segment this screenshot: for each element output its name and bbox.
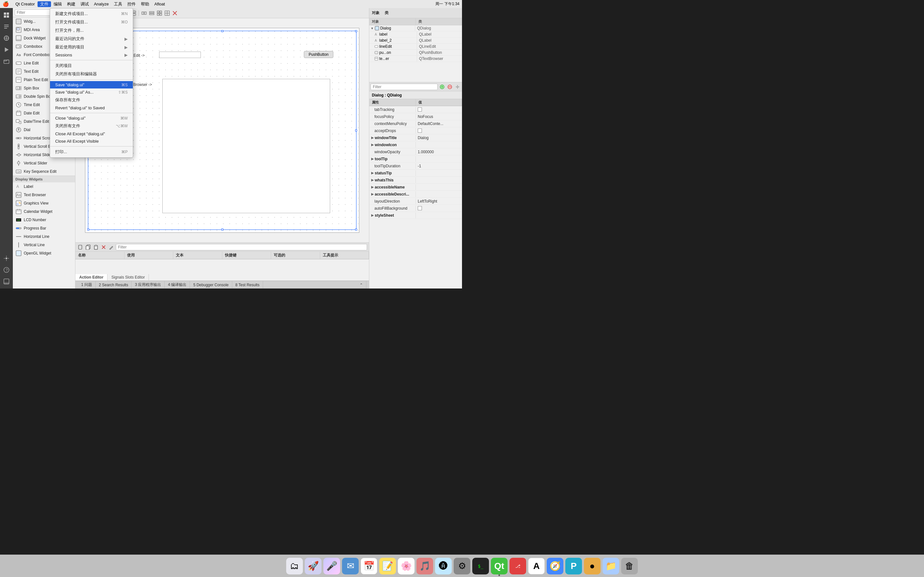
- menu-save[interactable]: Save "dialog.ui" ⌘S: [50, 81, 133, 89]
- activity-design[interactable]: [1, 33, 12, 44]
- widget-item-hline[interactable]: Horizontal Line: [13, 232, 75, 241]
- handle-bl[interactable]: [87, 229, 89, 230]
- action-tab-signals[interactable]: Signals Slots Editor: [107, 274, 149, 280]
- object-row-textbrowser[interactable]: te...er QTextBrowser: [369, 56, 462, 62]
- prop-checkbox-acceptdrops[interactable]: [418, 129, 422, 133]
- prop-config-btn[interactable]: [454, 84, 461, 90]
- activity-help[interactable]: ?: [1, 264, 12, 276]
- menubar-build[interactable]: 构建: [65, 1, 78, 7]
- prop-row-accessname[interactable]: ▶ accessibleName: [369, 184, 462, 191]
- object-row-lineedit[interactable]: lineEdit QLineEdit: [369, 44, 462, 50]
- handle-br[interactable]: [355, 229, 357, 230]
- widget-item-graphics-view[interactable]: Graphics View: [13, 199, 75, 207]
- activity-tools[interactable]: [1, 253, 12, 264]
- prop-row-acceptdrops[interactable]: acceptDrops: [369, 127, 462, 134]
- menu-close-all-files[interactable]: 关闭所有文件 ⌥⌘W: [50, 122, 133, 130]
- menu-print[interactable]: 打印... ⌘P: [50, 148, 133, 156]
- handle-tr[interactable]: [355, 30, 357, 32]
- menu-close-all-projects[interactable]: 关闭所有项目和编辑器: [50, 70, 133, 78]
- prop-row-tabtracking[interactable]: tabTracking: [369, 106, 462, 113]
- activity-welcome[interactable]: [1, 10, 12, 21]
- widget-item-progress[interactable]: Progress Bar: [13, 224, 75, 232]
- prop-row-accessdesc[interactable]: ▶ accessibleDescri...: [369, 191, 462, 198]
- canvas-text-browser[interactable]: [162, 79, 330, 213]
- prop-row-autofill[interactable]: autoFillBackground: [369, 205, 462, 212]
- widget-item-keyseq[interactable]: Ctrl Key Sequence Edit: [13, 167, 75, 176]
- status-tab-app-output[interactable]: 3 应用程序输出: [132, 281, 165, 289]
- menubar-controls[interactable]: 控件: [125, 1, 138, 7]
- object-row-label[interactable]: A label QLabel: [369, 31, 462, 37]
- menu-revert[interactable]: Revert "dialog.ui" to Saved: [50, 104, 133, 111]
- menu-recent-projects[interactable]: 最近使用的项目 ▶: [50, 43, 133, 51]
- bottom-toolbar-new[interactable]: [78, 244, 84, 250]
- bottom-toolbar-copy[interactable]: [85, 244, 91, 250]
- prop-add-btn[interactable]: [439, 84, 445, 90]
- canvas-push-button-btn[interactable]: PushButton: [304, 51, 333, 58]
- prop-row-windowtitle[interactable]: ▶ windowTitle Dialog: [369, 134, 462, 141]
- canvas-line-edit[interactable]: [159, 52, 201, 58]
- canvas-line-edit-input[interactable]: [159, 52, 201, 58]
- widget-item-lcd[interactable]: 12 LCD Number: [13, 216, 75, 224]
- menubar-help[interactable]: 帮助: [138, 1, 152, 7]
- prop-row-statustip[interactable]: ▶ statusTip: [369, 169, 462, 177]
- activity-project[interactable]: [1, 56, 12, 67]
- handle-mr[interactable]: [355, 129, 357, 131]
- prop-row-tooltipduration[interactable]: toolTipDuration -1: [369, 163, 462, 169]
- menu-open-with[interactable]: 打开文件，用...: [50, 26, 133, 35]
- prop-row-windowicon[interactable]: ▶ windowIcon: [369, 141, 462, 148]
- status-tab-debugger[interactable]: 5 Debugger Console: [190, 281, 232, 289]
- menu-close-project[interactable]: 关闭项目: [50, 61, 133, 70]
- widget-item-label[interactable]: A Label: [13, 182, 75, 191]
- prop-remove-btn[interactable]: [447, 84, 453, 90]
- toolbar-btn-layout1[interactable]: [141, 10, 148, 17]
- toolbar-btn-layout2[interactable]: [148, 10, 155, 17]
- widget-item-vslider[interactable]: Vertical Slider: [13, 159, 75, 167]
- widget-item-text-browser[interactable]: Aa Text Browser: [13, 191, 75, 199]
- menubar-analyze[interactable]: Analyze: [91, 2, 111, 6]
- prop-filter-input[interactable]: [371, 84, 438, 90]
- status-tab-problems[interactable]: 1 问题: [78, 281, 95, 289]
- menu-recent-files[interactable]: 最近访问的文件 ▶: [50, 35, 133, 43]
- widget-item-calendar[interactable]: Calendar Widget: [13, 207, 75, 216]
- status-expand[interactable]: ⌃: [357, 281, 367, 289]
- activity-debug[interactable]: [1, 44, 12, 55]
- status-tab-test[interactable]: 8 Test Results: [232, 281, 263, 289]
- menu-new[interactable]: 新建文件或项目... ⌘N: [50, 10, 133, 18]
- menubar-tools[interactable]: 工具: [111, 1, 125, 7]
- menubar-afloat[interactable]: Afloat: [152, 2, 168, 6]
- menu-close-all-except[interactable]: Close All Except "dialog.ui": [50, 130, 133, 137]
- status-tab-compile[interactable]: 4 编译输出: [165, 281, 190, 289]
- menubar-debug[interactable]: 调试: [78, 1, 91, 7]
- activity-edit[interactable]: [1, 21, 12, 32]
- toolbar-btn-layout4[interactable]: [164, 10, 171, 17]
- menu-sessions[interactable]: Sessions ▶: [50, 51, 133, 59]
- toolbar-btn-layout3[interactable]: [156, 10, 163, 17]
- prop-checkbox-autofill[interactable]: [418, 206, 422, 210]
- menubar-file[interactable]: 文件: [37, 1, 51, 7]
- action-tab-action-editor[interactable]: Action Editor: [75, 274, 107, 280]
- prop-row-tooltip[interactable]: ▶ toolTip: [369, 155, 462, 163]
- handle-tm[interactable]: [221, 30, 223, 32]
- widget-item-vline[interactable]: Vertical Line: [13, 241, 75, 249]
- object-row-pushbtn[interactable]: pu...on QPushButton: [369, 50, 462, 56]
- object-row-dialog[interactable]: ▼ Dialog QDialog: [369, 25, 462, 31]
- menubar-edit[interactable]: 编辑: [51, 1, 65, 7]
- prop-row-layoutdir[interactable]: layoutDirection LeftToRight: [369, 198, 462, 205]
- prop-row-whatsthis[interactable]: ▶ whatsThis: [369, 177, 462, 184]
- prop-row-contextmenu[interactable]: contextMenuPolicy DefaultConte...: [369, 120, 462, 127]
- prop-row-stylesheet[interactable]: ▶ styleSheet: [369, 212, 462, 219]
- menu-close-file[interactable]: Close "dialog.ui" ⌘W: [50, 114, 133, 122]
- bottom-toolbar-paste[interactable]: [93, 244, 99, 250]
- prop-row-windowopacity[interactable]: windowOpacity 1.000000: [369, 148, 462, 155]
- bottom-toolbar-edit[interactable]: [108, 244, 115, 250]
- menu-open[interactable]: 打开文件或项目... ⌘O: [50, 18, 133, 26]
- bottom-toolbar-delete[interactable]: [100, 244, 107, 250]
- bottom-filter-input[interactable]: [116, 244, 367, 250]
- canvas-push-button[interactable]: PushButton: [304, 51, 333, 58]
- menu-save-as[interactable]: Save "dialog.ui" As... ⇧⌘S: [50, 89, 133, 96]
- menu-save-all[interactable]: 保存所有文件: [50, 96, 133, 104]
- widget-item-opengl[interactable]: OpenGL Widget: [13, 249, 75, 258]
- handle-bm[interactable]: [221, 229, 223, 230]
- toolbar-btn-break[interactable]: [171, 10, 178, 17]
- status-tab-search[interactable]: 2 Search Results: [95, 281, 132, 289]
